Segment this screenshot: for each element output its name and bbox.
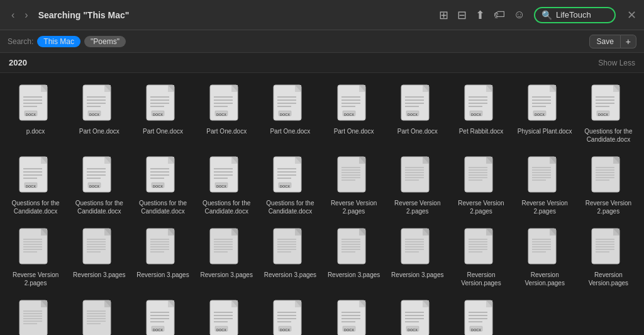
file-item[interactable]: DOCX Pet Rabbit.docx bbox=[450, 81, 511, 147]
file-icon bbox=[527, 156, 562, 196]
file-icon bbox=[18, 228, 53, 268]
svg-text:DOCX: DOCX bbox=[408, 328, 418, 332]
file-item[interactable]: Reversion Version.pages bbox=[450, 224, 511, 291]
file-item[interactable]: Reverse Version 2.pages bbox=[5, 224, 66, 291]
forward-button[interactable]: › bbox=[21, 8, 31, 22]
svg-text:DOCX: DOCX bbox=[89, 113, 99, 116]
emoji-icon[interactable]: ☺ bbox=[514, 8, 525, 21]
file-icon: DOCX bbox=[82, 84, 117, 125]
file-item[interactable]: Reverse Version 2.pages bbox=[514, 152, 575, 219]
svg-text:DOCX: DOCX bbox=[408, 113, 418, 116]
svg-text:DOCX: DOCX bbox=[535, 113, 545, 116]
file-name: Part One.docx bbox=[334, 127, 374, 135]
file-grid: DOCX p.docx DOCX Part One.docx bbox=[5, 81, 639, 335]
file-name: Part One.docx bbox=[270, 127, 310, 135]
file-icon bbox=[82, 228, 117, 268]
file-item[interactable]: Reverse Version 2.pages bbox=[578, 152, 639, 219]
svg-text:DOCX: DOCX bbox=[471, 328, 481, 332]
file-name: Questions for the Candidate.docx bbox=[8, 199, 64, 215]
file-item[interactable]: DOCX Physical Plant.docx bbox=[514, 81, 575, 147]
tab-this-mac[interactable]: This Mac bbox=[37, 36, 80, 47]
file-icon: DOCX bbox=[145, 84, 180, 125]
svg-text:DOCX: DOCX bbox=[280, 328, 290, 332]
nav-buttons: ‹ › bbox=[8, 8, 32, 22]
file-name: Reversion 3.pages bbox=[328, 271, 380, 279]
file-item[interactable]: Reversion 3.pages bbox=[387, 224, 448, 291]
file-name: Part One.docx bbox=[397, 127, 438, 135]
file-item[interactable]: DOCX Part One.docx bbox=[196, 81, 257, 147]
file-icon bbox=[591, 156, 626, 196]
file-item[interactable]: Reversion Version.pages bbox=[578, 224, 639, 291]
tab-poems[interactable]: "Poems" bbox=[84, 36, 126, 47]
file-item[interactable]: Reverse Version 2.pages bbox=[387, 152, 448, 219]
file-name: Reversion Version.pages bbox=[580, 271, 636, 287]
tag-icon[interactable]: 🏷 bbox=[494, 8, 505, 21]
file-name: Part One.docx bbox=[79, 127, 119, 135]
file-icon bbox=[145, 228, 180, 268]
file-icon bbox=[336, 156, 372, 196]
section-header: 2020 Show Less bbox=[0, 53, 644, 73]
file-item[interactable]: DOCX Part One.docx bbox=[69, 81, 130, 147]
save-button[interactable]: Save bbox=[589, 35, 620, 48]
file-name: Reverse Version 2.pages bbox=[453, 199, 509, 215]
show-less-toggle[interactable]: Show Less bbox=[598, 59, 635, 67]
file-item[interactable]: Reversion Version.pages bbox=[5, 296, 66, 335]
file-name: Pet Rabbit.docx bbox=[459, 127, 504, 135]
file-item[interactable]: Reversion 3.pages bbox=[196, 224, 257, 291]
file-item[interactable]: Reverse Version 2.pages bbox=[323, 152, 384, 219]
share-icon[interactable]: ⬆ bbox=[475, 8, 485, 22]
file-icon: DOCX bbox=[145, 156, 180, 196]
file-name: Reverse Version 2.pages bbox=[389, 199, 445, 215]
file-icon: DOCX bbox=[527, 84, 562, 125]
file-icon: DOCX bbox=[272, 156, 308, 196]
file-item[interactable]: Reversion 3.pages bbox=[323, 224, 384, 291]
file-icon bbox=[400, 228, 435, 268]
search-bar[interactable]: 🔍 bbox=[534, 7, 616, 23]
file-icon: DOCX bbox=[272, 84, 308, 125]
file-icon: DOCX bbox=[336, 300, 372, 335]
file-item[interactable]: DOCX Questions for the Candidate.docx bbox=[578, 81, 639, 147]
search-tabs-bar: Search: This Mac "Poems" Save + bbox=[0, 30, 644, 53]
file-item[interactable]: DOCX Shame.docx bbox=[196, 296, 257, 335]
file-item[interactable]: DOCX Questions for the Candidate.docx bbox=[196, 152, 257, 219]
file-icon: DOCX bbox=[18, 156, 53, 196]
file-item[interactable]: DOCX Some THings to Eat (1).docx bbox=[450, 296, 511, 335]
file-icon: DOCX bbox=[272, 300, 308, 335]
svg-text:DOCX: DOCX bbox=[280, 185, 290, 188]
file-item[interactable]: DOCX Shame.docx bbox=[387, 296, 448, 335]
file-item[interactable]: DOCX Shame.docx bbox=[323, 296, 384, 335]
file-item[interactable]: Reverse Version 2.pages bbox=[450, 152, 511, 219]
file-name: Reversion 3.pages bbox=[73, 271, 125, 279]
file-item[interactable]: DOCX Part One.docx bbox=[260, 81, 321, 147]
file-icon bbox=[464, 228, 499, 268]
add-button[interactable]: + bbox=[621, 35, 636, 48]
close-button[interactable]: ✕ bbox=[627, 8, 636, 22]
file-name: Reversion Version.pages bbox=[517, 271, 573, 287]
file-item[interactable]: DOCX Questions for the Candidate.docx bbox=[5, 152, 66, 219]
file-item[interactable]: Reversion Version.pages bbox=[69, 296, 130, 335]
svg-text:DOCX: DOCX bbox=[216, 185, 226, 188]
file-item[interactable]: DOCX Shame.docx bbox=[260, 296, 321, 335]
file-item[interactable]: DOCX Part One.docx bbox=[323, 81, 384, 147]
file-item[interactable]: DOCX Part One.docx bbox=[132, 81, 193, 147]
grid-view-icon[interactable]: ⊞ bbox=[439, 8, 448, 22]
file-item[interactable]: Reversion Version.pages bbox=[514, 224, 575, 291]
file-item[interactable]: DOCX Questions for the Candidate.docx bbox=[260, 152, 321, 219]
search-label: Search: bbox=[8, 37, 33, 46]
file-item[interactable]: DOCX Part One.docx bbox=[387, 81, 448, 147]
svg-text:DOCX: DOCX bbox=[89, 185, 99, 188]
file-name: Reverse Version 2.pages bbox=[517, 199, 573, 215]
grid-small-icon[interactable]: ⊟ bbox=[457, 8, 467, 22]
file-item[interactable]: Reversion 3.pages bbox=[260, 224, 321, 291]
file-item[interactable]: DOCX Questions for the Candidate.docx bbox=[69, 152, 130, 219]
file-icon: DOCX bbox=[464, 300, 499, 335]
file-item[interactable]: DOCX Shame.docx bbox=[132, 296, 193, 335]
file-icon bbox=[82, 300, 117, 335]
file-item[interactable]: DOCX Questions for the Candidate.docx bbox=[132, 152, 193, 219]
file-item[interactable]: Reversion 3.pages bbox=[69, 224, 130, 291]
search-input[interactable] bbox=[556, 10, 606, 20]
file-item[interactable]: Reversion 3.pages bbox=[132, 224, 193, 291]
back-button[interactable]: ‹ bbox=[8, 8, 18, 22]
file-item[interactable]: DOCX p.docx bbox=[5, 81, 66, 147]
file-name: Reverse Version 2.pages bbox=[8, 271, 64, 287]
